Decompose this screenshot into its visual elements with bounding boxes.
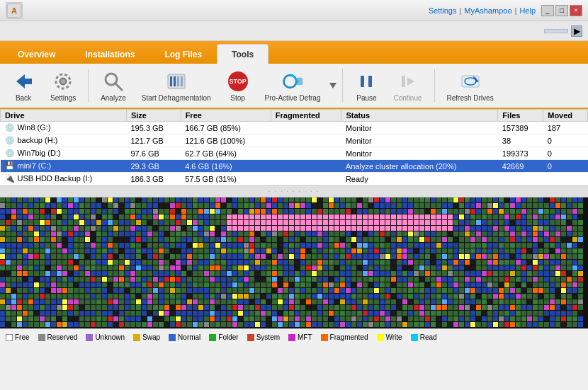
table-row[interactable]: 💾mini7 (C:) 29.3 GB 4.6 GB (16%) Analyze… xyxy=(1,160,588,173)
cell-fragmented xyxy=(271,122,341,134)
analyze-icon xyxy=(102,70,125,93)
cell-drive: 🔌USB HDD Backup (I:) xyxy=(1,173,127,185)
stop-label: Stop xyxy=(230,94,245,102)
start-defrag-icon xyxy=(165,70,188,93)
continue-icon xyxy=(396,70,419,93)
legend-item: Write xyxy=(377,333,402,341)
cell-drive: 💿backup (H:) xyxy=(1,134,127,147)
pause-label: Pause xyxy=(356,94,376,102)
tab-bar: Overview Installations Log Files Tools xyxy=(0,41,588,64)
myashampoo-link[interactable]: MyAshampoo xyxy=(464,6,511,15)
analyze-button[interactable]: Analyze xyxy=(94,67,132,105)
cell-status: Analyze cluster allocation (20%) xyxy=(341,160,498,173)
drive-rows: 💿Win8 (G:) 195.3 GB 166.7 GB (85%) Monit… xyxy=(1,122,588,185)
settings-link[interactable]: Settings xyxy=(429,6,457,15)
title-right: Settings | MyAshampoo | Help _ □ × xyxy=(429,5,582,16)
title-bar: A Settings | MyAshampoo | Help _ □ × xyxy=(0,0,588,21)
title-links: Settings | MyAshampoo | Help xyxy=(429,6,536,15)
toolbar: Back Settings Analyze xyxy=(0,64,588,109)
cell-fragmented xyxy=(271,134,341,147)
separator-1 xyxy=(88,69,89,103)
cell-drive: 💿Win7big (D:) xyxy=(1,147,127,160)
settings-button[interactable]: Settings xyxy=(44,67,82,105)
help-link[interactable]: Help xyxy=(519,6,536,15)
table-row[interactable]: 💿Win8 (G:) 195.3 GB 166.7 GB (85%) Monit… xyxy=(1,122,588,134)
separator-2 xyxy=(342,69,343,103)
cell-size: 29.3 GB xyxy=(126,160,181,173)
legend-label: MFT xyxy=(298,333,312,341)
continue-button[interactable]: Continue xyxy=(387,67,428,105)
cell-free: 121.6 GB (100%) xyxy=(181,134,271,147)
proactive-dropdown[interactable] xyxy=(329,80,337,91)
cell-size: 195.3 GB xyxy=(126,122,181,134)
minimize-button[interactable]: _ xyxy=(541,5,554,16)
cell-files: 199373 xyxy=(498,147,543,160)
table-row[interactable]: 🔌USB HDD Backup (I:) 186.3 GB 57.5 GB (3… xyxy=(1,173,588,185)
stop-icon: STOP xyxy=(227,70,249,93)
start-defrag-button[interactable]: Start Defragmentation xyxy=(135,67,217,105)
legend-item: Free xyxy=(6,333,30,341)
cell-status: Monitor xyxy=(341,122,498,134)
drag-handle[interactable]: · · · · · · · · · xyxy=(0,185,588,197)
svg-point-5 xyxy=(61,79,65,84)
legend-item: MFT xyxy=(288,333,312,341)
close-button[interactable]: × xyxy=(570,5,582,16)
refresh-drives-button[interactable]: Refresh Drives xyxy=(441,67,500,105)
tab-tools[interactable]: Tools xyxy=(217,44,268,64)
legend-label: Normal xyxy=(178,333,200,341)
cell-files: 157389 xyxy=(498,122,543,134)
svg-marker-16 xyxy=(329,83,337,88)
refresh-drives-label: Refresh Drives xyxy=(447,94,494,102)
legend-label: Fragmented xyxy=(330,333,368,341)
defrag-expand-button[interactable]: ▶ xyxy=(571,25,582,37)
title-left: A xyxy=(6,2,45,19)
back-button[interactable]: Back xyxy=(6,67,41,105)
drive-table: Drive Size Free Fragmented Status Files … xyxy=(0,109,588,185)
legend-color-box xyxy=(377,334,384,341)
cell-moved xyxy=(543,173,588,185)
legend-item: Unknown xyxy=(86,333,125,341)
col-moved: Moved xyxy=(543,110,588,122)
legend-color-box xyxy=(133,334,140,341)
legend-color-box xyxy=(169,334,176,341)
stop-button[interactable]: STOP Stop xyxy=(220,67,256,105)
cell-status: Ready xyxy=(341,173,498,185)
settings-label: Settings xyxy=(50,94,76,102)
maximize-button[interactable]: □ xyxy=(555,5,568,16)
legend-item: Fragmented xyxy=(321,333,368,341)
col-files: Files xyxy=(498,110,543,122)
refresh-drives-icon xyxy=(459,70,482,93)
drag-dots: · · · · · · · · · xyxy=(268,188,320,195)
svg-marker-2 xyxy=(16,74,32,88)
tab-logfiles[interactable]: Log Files xyxy=(149,44,217,64)
svg-rect-10 xyxy=(174,76,176,86)
separator-3 xyxy=(434,69,435,103)
pause-button[interactable]: Pause xyxy=(349,67,384,105)
legend-label: System xyxy=(256,333,280,341)
disk-map-canvas xyxy=(0,197,588,328)
cell-files: 38 xyxy=(498,134,543,147)
cell-free: 62.7 GB (64%) xyxy=(181,147,271,160)
svg-rect-12 xyxy=(181,76,183,86)
legend-bar: FreeReservedUnknownSwapNormalFolderSyste… xyxy=(0,328,588,345)
cell-free: 57.5 GB (31%) xyxy=(181,173,271,185)
table-row[interactable]: 💿backup (H:) 121.7 GB 121.6 GB (100%) Mo… xyxy=(1,134,588,147)
app-logo: A xyxy=(6,2,23,19)
legend-color-box xyxy=(6,334,13,341)
table-row[interactable]: 💿Win7big (D:) 97.6 GB 62.7 GB (64%) Moni… xyxy=(1,147,588,160)
start-defrag-label: Start Defragmentation xyxy=(142,94,211,102)
cell-free: 4.6 GB (16%) xyxy=(181,160,271,173)
cell-fragmented xyxy=(271,173,341,185)
legend-item: Swap xyxy=(133,333,160,341)
defrag-label xyxy=(544,29,568,33)
cell-fragmented xyxy=(271,147,341,160)
legend-color-box xyxy=(38,334,45,341)
drives-list: Drive Size Free Fragmented Status Files … xyxy=(0,109,588,185)
proactive-defrag-button[interactable]: Pro-Active Defrag xyxy=(259,67,327,105)
back-label: Back xyxy=(16,94,31,102)
cell-moved: 0 xyxy=(543,160,588,173)
tab-installations[interactable]: Installations xyxy=(70,44,149,64)
tab-overview[interactable]: Overview xyxy=(3,44,70,64)
legend-color-box xyxy=(247,334,254,341)
svg-rect-15 xyxy=(296,77,303,85)
